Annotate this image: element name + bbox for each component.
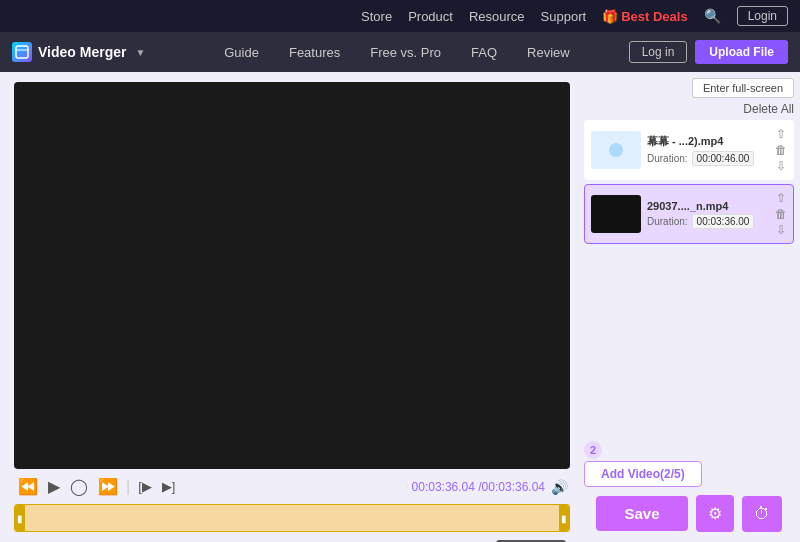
app-name-label: Video Merger: [38, 44, 126, 60]
time-display: 00:03:36.04 /00:03:36.04: [183, 480, 545, 494]
nav-features[interactable]: Features: [289, 45, 340, 60]
bottom-actions: Save ⚙ ⏱: [584, 487, 794, 536]
player-controls: ⏪ ▶ ◯ ⏩ | [▶ ▶] 00:03:36.04 /00:03:36.04…: [14, 475, 570, 498]
add-video-area: 2 Add Video(2/5): [584, 441, 794, 487]
clip-start-button[interactable]: [▶: [136, 477, 154, 496]
main-toolbar: Video Merger ▼ Guide Features Free vs. P…: [0, 32, 800, 72]
separator: |: [126, 478, 130, 496]
fast-forward-button[interactable]: ⏩: [96, 475, 120, 498]
volume-icon[interactable]: 🔊: [551, 479, 568, 495]
duration-row-2: Duration: 00:03:36.00: [647, 214, 767, 229]
duration-value-2: 00:03:36.00: [692, 214, 755, 229]
login-button[interactable]: Login: [737, 6, 788, 26]
delete-button-2[interactable]: 🗑: [773, 207, 789, 221]
delete-button-1[interactable]: 🗑: [773, 143, 789, 157]
list-item: 幕幕 - ...2).mp4 Duration: 00:00:46.00 ⇧ 🗑…: [584, 120, 794, 180]
rewind-button[interactable]: ⏪: [16, 475, 40, 498]
video-info-1: 幕幕 - ...2).mp4 Duration: 00:00:46.00: [647, 134, 767, 166]
delete-all-row: Delete All: [584, 102, 794, 116]
video-thumb-1: [591, 131, 641, 169]
timeline-handle-right[interactable]: ▮: [559, 505, 569, 531]
duration-row-1: Duration: 00:00:46.00: [647, 151, 767, 166]
move-down-button-1[interactable]: ⇩: [774, 159, 788, 173]
save-button[interactable]: Save: [596, 496, 687, 531]
nav-store[interactable]: Store: [361, 9, 392, 24]
content-area: ⏪ ▶ ◯ ⏩ | [▶ ▶] 00:03:36.04 /00:03:36.04…: [0, 72, 800, 542]
nav-review[interactable]: Review: [527, 45, 570, 60]
delete-all-button[interactable]: Delete All: [743, 102, 794, 116]
video-info-2: 29037...._n.mp4 Duration: 00:03:36.00: [647, 200, 767, 229]
nav-support[interactable]: Support: [541, 9, 587, 24]
nav-resource[interactable]: Resource: [469, 9, 525, 24]
video-player: [14, 82, 570, 469]
play-button[interactable]: ▶: [46, 475, 62, 498]
move-down-button-2[interactable]: ⇩: [774, 223, 788, 237]
nav-best-deals[interactable]: 🎁 Best Deals: [602, 9, 687, 24]
add-video-button[interactable]: Add Video(2/5): [584, 461, 702, 487]
settings-button[interactable]: ⚙: [696, 495, 734, 532]
list-item: 29037...._n.mp4 Duration: 00:03:36.00 ⇧ …: [584, 184, 794, 244]
left-panel: ⏪ ▶ ◯ ⏩ | [▶ ▶] 00:03:36.04 /00:03:36.04…: [0, 72, 580, 542]
nav-faq[interactable]: FAQ: [471, 45, 497, 60]
add-video-badge: 2: [584, 441, 602, 459]
toolbar-right: Log in Upload File: [629, 40, 788, 64]
full-screen-button[interactable]: Enter full-screen: [692, 78, 794, 98]
right-panel: Enter full-screen Delete All 幕幕 - ...2).…: [580, 72, 800, 542]
timeline: ▮ ▮ 00:03:36.04: [14, 504, 570, 532]
gift-icon: 🎁: [602, 9, 618, 24]
toolbar-nav: Guide Features Free vs. Pro FAQ Review: [165, 45, 628, 60]
duration-label-2: Duration:: [647, 216, 688, 227]
timeline-handle-left[interactable]: ▮: [15, 505, 25, 531]
nav-free-vs-pro[interactable]: Free vs. Pro: [370, 45, 441, 60]
duration-value-1: 00:00:46.00: [692, 151, 755, 166]
timeline-bar[interactable]: ▮ ▮: [14, 504, 570, 532]
search-icon[interactable]: 🔍: [704, 8, 721, 24]
log-in-button[interactable]: Log in: [629, 41, 688, 63]
clip-end-button[interactable]: ▶]: [160, 477, 178, 496]
duration-label-1: Duration:: [647, 153, 688, 164]
app-dropdown-arrow[interactable]: ▼: [135, 47, 145, 58]
nav-product[interactable]: Product: [408, 9, 453, 24]
stop-button[interactable]: ◯: [68, 475, 90, 498]
svg-rect-0: [16, 46, 28, 58]
move-up-button-2[interactable]: ⇧: [774, 191, 788, 205]
video-list: 幕幕 - ...2).mp4 Duration: 00:00:46.00 ⇧ 🗑…: [584, 120, 794, 437]
logo-area: Video Merger ▼: [12, 42, 145, 62]
filename-1: 幕幕 - ...2).mp4: [647, 134, 767, 149]
thumb-dot-1: [609, 143, 623, 157]
filename-2: 29037...._n.mp4: [647, 200, 767, 212]
move-up-button-1[interactable]: ⇧: [774, 127, 788, 141]
nav-guide[interactable]: Guide: [224, 45, 259, 60]
upload-file-button[interactable]: Upload File: [695, 40, 788, 64]
item-controls-2: ⇧ 🗑 ⇩: [773, 191, 789, 237]
item-controls-1: ⇧ 🗑 ⇩: [773, 127, 789, 173]
app-logo-icon: [12, 42, 32, 62]
video-thumb-2: [591, 195, 641, 233]
top-nav: Store Product Resource Support 🎁 Best De…: [0, 0, 800, 32]
clock-button[interactable]: ⏱: [742, 496, 782, 532]
